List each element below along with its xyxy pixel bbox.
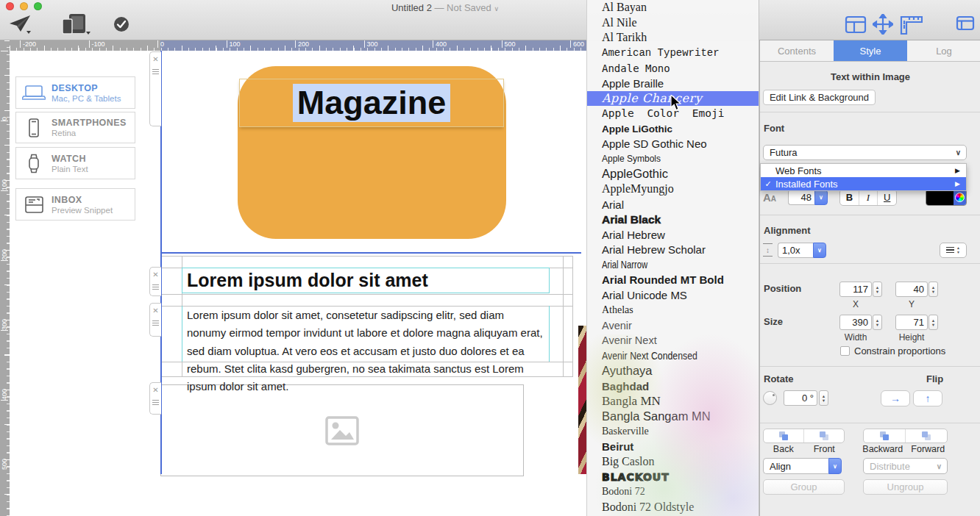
delete-block-icon[interactable]: ✕ — [152, 271, 158, 279]
line-spacing-dropdown-button[interactable]: ∨ — [813, 243, 826, 258]
align-dropdown-button[interactable]: ∨ — [828, 458, 842, 474]
sidebar-item-watch[interactable]: WATCH Plain Text — [15, 147, 135, 179]
send-to-back-button[interactable] — [764, 429, 804, 442]
font-menu-item[interactable]: Bodoni 72 Oldstyle — [587, 500, 759, 515]
drag-grip-icon[interactable] — [152, 400, 159, 405]
distribute-select[interactable]: Distribute ∨ — [863, 458, 948, 474]
font-menu-item[interactable]: Ayuthaya — [587, 363, 759, 379]
image-placeholder-block[interactable] — [160, 384, 524, 476]
position-y-field[interactable]: 40 — [895, 282, 928, 297]
heading-text[interactable]: Lorem ipsum dolor sit amet — [182, 268, 549, 292]
font-size-combo[interactable]: 48 ∨ — [788, 190, 828, 205]
color-swatch[interactable] — [926, 190, 954, 205]
font-menu-item[interactable]: Arial Hebrew — [587, 227, 759, 243]
font-menu-item[interactable]: Al Nile — [587, 15, 759, 31]
font-menu-item[interactable]: AppleGothic — [587, 167, 759, 182]
font-menu-item[interactable]: Arial Rounded MT Bold — [587, 273, 759, 288]
delete-block-icon[interactable]: ✕ — [152, 56, 158, 63]
font-menu-item[interactable]: Avenir — [587, 318, 759, 333]
font-size-value[interactable]: 48 — [788, 190, 814, 205]
block-handle[interactable]: ✕ — [149, 303, 161, 337]
bring-to-front-button[interactable] — [804, 429, 844, 442]
ruler-icon[interactable] — [899, 15, 923, 37]
size-width-field[interactable]: 390 — [839, 315, 872, 330]
tab-log[interactable]: Log — [907, 40, 980, 61]
magazine-text-frame[interactable]: Magazine — [239, 79, 504, 127]
drag-grip-icon[interactable] — [152, 284, 159, 290]
size-height-stepper[interactable]: ▲▼ — [928, 315, 938, 330]
underline-button[interactable]: U — [878, 190, 896, 205]
line-spacing-value[interactable]: 1,0x — [778, 243, 813, 258]
rotate-dial[interactable] — [763, 391, 777, 405]
panel-icon[interactable] — [956, 15, 975, 34]
color-picker-button[interactable] — [954, 190, 966, 205]
font-size-dropdown-button[interactable]: ∨ — [814, 190, 828, 205]
font-menu-item[interactable]: Bangla MN — [587, 393, 759, 409]
font-menu-item[interactable]: Apple SD Gothic Neo — [587, 136, 759, 151]
font-menu-item[interactable]: Bangla Sangam MN — [587, 409, 759, 424]
font-menu-item[interactable]: Bodoni 72 — [587, 484, 759, 500]
font-menu-item[interactable]: Avenir Next — [587, 333, 759, 348]
font-menu-item[interactable]: Baskerville — [587, 424, 759, 440]
ungroup-button[interactable]: Ungroup — [863, 479, 948, 495]
body-text-frame[interactable]: Lorem ipsum dolor sit amet, consetetur s… — [182, 306, 550, 362]
approve-icon[interactable] — [113, 16, 129, 35]
italic-button[interactable]: I — [859, 190, 878, 205]
font-menu-item[interactable]: AppleMyungjo — [587, 182, 759, 197]
font-menu-item[interactable]: Apple Braille — [587, 76, 759, 91]
font-menu-item[interactable]: Beirut — [587, 439, 759, 454]
group-button[interactable]: Group — [763, 479, 845, 495]
position-x-field[interactable]: 117 — [839, 282, 872, 297]
position-x-stepper[interactable]: ▲▼ — [873, 282, 882, 297]
drag-grip-icon[interactable] — [152, 69, 159, 74]
text-align-control[interactable]: ▲▼ — [940, 243, 967, 258]
tab-style[interactable]: Style — [834, 40, 907, 61]
constrain-checkbox[interactable] — [840, 346, 850, 356]
magazine-text-selection[interactable]: Magazine — [293, 84, 451, 122]
tab-contents[interactable]: Contents — [760, 40, 834, 61]
move-icon[interactable] — [873, 14, 893, 37]
devices-preview-icon[interactable] — [62, 13, 91, 38]
flip-vertical-button[interactable]: ↑ — [913, 390, 942, 406]
layout-blocks-icon[interactable] — [845, 15, 867, 37]
font-menu-item[interactable]: Athelas — [587, 303, 759, 318]
font-menu-item[interactable]: Al Tarikh — [587, 30, 759, 46]
bring-forward-button[interactable] — [906, 429, 947, 442]
rotate-stepper[interactable]: ▲▼ — [819, 390, 828, 406]
block-handle[interactable]: ✕ — [149, 51, 161, 126]
font-menu-item[interactable]: Andale Mono — [587, 60, 759, 76]
rotate-value-field[interactable]: 0 ° — [784, 390, 817, 406]
send-icon[interactable] — [9, 14, 32, 37]
line-spacing-combo[interactable]: 1,0x ∨ — [778, 243, 826, 258]
text-color-well[interactable] — [926, 189, 967, 206]
delete-block-icon[interactable]: ✕ — [152, 307, 158, 315]
block-handle[interactable]: ✕ — [149, 382, 161, 415]
font-menu-item[interactable]: BLACKOUT — [587, 469, 759, 484]
block-handle[interactable]: ✕ — [149, 267, 161, 296]
edit-link-background-button[interactable]: Edit Link & Background — [763, 90, 876, 105]
font-family-select[interactable]: Futura ∨ — [763, 145, 967, 160]
heading-text-frame[interactable]: Lorem ipsum dolor sit amet — [182, 268, 550, 293]
font-menu-item[interactable]: Baghdad — [587, 379, 759, 394]
title-chevron-icon[interactable]: ∨ — [494, 5, 499, 12]
font-source-installed-fonts[interactable]: ✓ Installed Fonts ▶ — [761, 177, 966, 190]
font-menu-item[interactable]: Arial Narrow — [587, 257, 759, 273]
font-menu-item[interactable]: Arial Black — [587, 212, 759, 227]
font-menu-item[interactable]: Al Bayan — [587, 0, 759, 15]
font-menu-item[interactable]: Avenir Next Condensed — [587, 348, 759, 364]
font-menu-item[interactable]: Apple Symbols — [587, 151, 759, 167]
bold-button[interactable]: B — [840, 190, 859, 205]
size-height-field[interactable]: 71 — [895, 315, 928, 330]
sidebar-item-desktop[interactable]: DESKTOP Mac, PC & Tablets — [15, 76, 135, 109]
body-text[interactable]: Lorem ipsum dolor sit amet, consetetur s… — [182, 306, 549, 395]
font-menu-item[interactable]: Arial — [587, 197, 759, 212]
drag-grip-icon[interactable] — [152, 320, 159, 326]
send-backward-button[interactable] — [864, 429, 906, 442]
font-menu-item[interactable]: Apple LiGothic — [587, 121, 759, 137]
font-menu-item[interactable]: Arial Hebrew Scholar — [587, 243, 759, 258]
align-value[interactable]: Align — [763, 458, 828, 474]
size-width-stepper[interactable]: ▲▼ — [873, 315, 882, 330]
font-menu-item[interactable]: Arial Unicode MS — [587, 287, 759, 303]
font-menu-item[interactable]: American Typewriter — [587, 46, 759, 61]
sidebar-item-smartphones[interactable]: SMARTPHONES Retina — [15, 112, 135, 143]
